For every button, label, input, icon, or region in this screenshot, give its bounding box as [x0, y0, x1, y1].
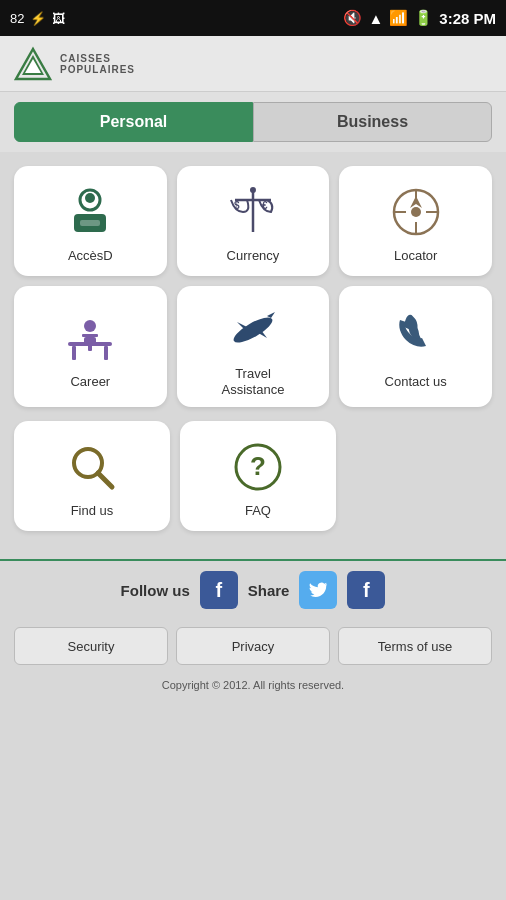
tab-bar: Personal Business — [0, 92, 506, 152]
battery-icon: 🔋 — [414, 9, 433, 27]
accesd-icon — [60, 182, 120, 242]
logo-triangle-icon — [14, 45, 52, 83]
svg-marker-29 — [267, 312, 275, 318]
mute-icon: 🔇 — [343, 9, 362, 27]
grid-last-row: Find us ? FAQ — [14, 421, 492, 531]
locator-label: Locator — [394, 248, 437, 264]
career-label: Career — [70, 374, 110, 390]
svg-point-4 — [85, 193, 95, 203]
accesd-label: AccèsD — [68, 248, 113, 264]
currency-icon: $ € — [223, 182, 283, 242]
battery-percent: 82 — [10, 11, 24, 26]
travel-label: TravelAssistance — [222, 366, 285, 397]
svg-point-13 — [411, 207, 421, 217]
svg-text:$: $ — [234, 200, 240, 211]
svg-text:?: ? — [250, 451, 266, 481]
svg-line-31 — [98, 473, 112, 487]
security-button[interactable]: Security — [14, 627, 168, 665]
privacy-button[interactable]: Privacy — [176, 627, 330, 665]
facebook-share-icon[interactable]: f — [347, 571, 385, 609]
grid-item-currency[interactable]: $ € Currency — [177, 166, 330, 276]
logo-line1: CAISSES — [60, 53, 135, 64]
status-left: 82 ⚡ 🖼 — [10, 11, 65, 26]
locator-icon — [386, 182, 446, 242]
footer-buttons: Security Privacy Terms of use — [0, 619, 506, 673]
contact-icon — [386, 308, 446, 368]
svg-rect-22 — [82, 334, 98, 337]
currency-label: Currency — [227, 248, 280, 264]
share-text: Share — [248, 582, 290, 599]
grid-item-findus[interactable]: Find us — [14, 421, 170, 531]
logo-line2: POPULAIRES — [60, 64, 135, 75]
svg-rect-21 — [104, 346, 108, 360]
twitter-share-icon[interactable] — [299, 571, 337, 609]
logo-text: CAISSES POPULAIRES — [60, 53, 135, 75]
app-header: CAISSES POPULAIRES — [0, 36, 506, 92]
svg-rect-23 — [84, 337, 96, 345]
career-icon — [60, 308, 120, 368]
svg-marker-18 — [410, 196, 422, 208]
terms-button[interactable]: Terms of use — [338, 627, 492, 665]
tab-business[interactable]: Business — [253, 102, 492, 142]
logo-container: CAISSES POPULAIRES — [14, 45, 135, 83]
grid-row1: AccèsD $ € Currency — [14, 166, 492, 407]
svg-point-25 — [84, 320, 96, 332]
grid-item-faq[interactable]: ? FAQ — [180, 421, 336, 531]
time-display: 3:28 PM — [439, 10, 496, 27]
status-bar: 82 ⚡ 🖼 🔇 ▲ 📶 🔋 3:28 PM — [0, 0, 506, 36]
grid-item-locator[interactable]: Locator — [339, 166, 492, 276]
svg-rect-6 — [80, 220, 100, 226]
svg-text:€: € — [262, 200, 268, 211]
contact-label: Contact us — [385, 374, 447, 390]
status-right: 🔇 ▲ 📶 🔋 3:28 PM — [343, 9, 496, 27]
copyright-text: Copyright © 2012. All rights reserved. — [0, 673, 506, 701]
svg-point-8 — [250, 187, 256, 193]
main-content: AccèsD $ € Currency — [0, 152, 506, 559]
faq-label: FAQ — [245, 503, 271, 519]
signal-icon: 📶 — [389, 9, 408, 27]
grid-item-career[interactable]: Career — [14, 286, 167, 407]
findus-label: Find us — [71, 503, 114, 519]
grid-item-contact[interactable]: Contact us — [339, 286, 492, 407]
findus-icon — [62, 437, 122, 497]
social-bar: Follow us f Share f — [0, 559, 506, 619]
grid-item-travel[interactable]: TravelAssistance — [177, 286, 330, 407]
grid-item-accesd[interactable]: AccèsD — [14, 166, 167, 276]
usb-icon: ⚡ — [30, 11, 46, 26]
follow-text: Follow us — [121, 582, 190, 599]
wifi-icon: ▲ — [368, 10, 383, 27]
travel-icon — [223, 300, 283, 360]
svg-rect-24 — [88, 345, 92, 351]
facebook-follow-icon[interactable]: f — [200, 571, 238, 609]
tab-personal[interactable]: Personal — [14, 102, 253, 142]
svg-rect-20 — [72, 346, 76, 360]
image-icon: 🖼 — [52, 11, 65, 26]
faq-icon: ? — [228, 437, 288, 497]
